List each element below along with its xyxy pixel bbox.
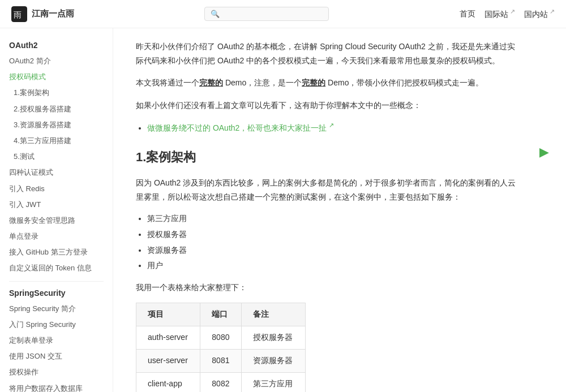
- sidebar-item-ss-auth[interactable]: 授权操作: [0, 364, 113, 380]
- sidebar-item-microservice-security[interactable]: 微服务安全管理思路: [0, 213, 113, 229]
- underline-text-2: 完整的: [302, 78, 325, 87]
- section1-title: 1.案例架构: [136, 147, 521, 167]
- nav-domestic[interactable]: 国内站 ↗: [524, 8, 555, 20]
- site-logo-icon: 雨: [11, 6, 27, 22]
- sidebar-item-redis[interactable]: 引入 Redis: [0, 181, 113, 197]
- main-content: ▶ 昨天和小伙伴们介绍了 OAuth2 的基本概念，在讲解 Spring Clo…: [113, 28, 543, 392]
- sidebar-item-four-modes[interactable]: 四种认证模式: [0, 165, 113, 180]
- underline-text-1: 完整的: [199, 78, 223, 87]
- sidebar-item-oauth2-intro[interactable]: OAuth2 简介: [0, 53, 113, 69]
- sidebar-item-ss-intro[interactable]: Spring Security 简介: [0, 301, 113, 317]
- list-item-user: 用户: [147, 259, 521, 273]
- sidebar-item-ss-start[interactable]: 入门 Spring Security: [0, 317, 113, 333]
- page-layout: OAuth2 OAuth2 简介 授权码模式 1.案例架构 2.授权服务器搭建 …: [0, 28, 566, 392]
- table-cell-port-3: 8082: [200, 372, 242, 392]
- site-title: 江南一点雨: [32, 8, 74, 19]
- table-cell-port-2: 8081: [200, 349, 242, 372]
- table-cell-project-3: client-app: [136, 372, 200, 392]
- sidebar-item-resource-server-setup[interactable]: 3.资源服务器搭建: [0, 117, 113, 133]
- sidebar-divider: [9, 281, 104, 282]
- table-row: auth-server 8080 授权服务器: [136, 326, 306, 350]
- table-cell-note-2: 资源服务器: [242, 349, 306, 372]
- sidebar-item-ss-json[interactable]: 使用 JSON 交互: [0, 348, 113, 364]
- header-brand: 雨 江南一点雨: [11, 6, 74, 22]
- intro-paragraph-2: 本文我将通过一个完整的 Demo，注意，是一个完整的 Demo，带领小伙伴们把授…: [136, 76, 521, 90]
- sidebar-item-case-arch[interactable]: 1.案例架构: [0, 85, 113, 101]
- search-box[interactable]: 🔍: [204, 7, 329, 21]
- section1-para1: 因为 OAuth2 涉及到的东西比较多，网上的案例大多都是简化的，对于很多初学者…: [136, 176, 521, 204]
- link-external-icon: ↗: [329, 122, 334, 129]
- table-row: client-app 8082 第三方应用: [136, 372, 306, 392]
- search-input[interactable]: [223, 10, 323, 18]
- table-row: user-server 8081 资源服务器: [136, 349, 306, 372]
- sidebar-item-custom-token[interactable]: 自定义返回的 Token 信息: [0, 260, 113, 276]
- sidebar: OAuth2 OAuth2 简介 授权码模式 1.案例架构 2.授权服务器搭建 …: [0, 28, 113, 392]
- services-list: 第三方应用 授权服务器 资源服务器 用户: [147, 212, 521, 273]
- table-header-port: 端口: [200, 303, 242, 326]
- sidebar-section-spring-security: SpringSecurity Spring Security 简介 入门 Spr…: [0, 285, 113, 392]
- sidebar-section-title-spring-security: SpringSecurity: [0, 285, 113, 301]
- link-bullet-list: 做微服务绕不过的 OAuth2，松哥也来和大家扯一扯 ↗: [147, 120, 521, 135]
- sidebar-item-github-login[interactable]: 接入 GitHub 第三方登录: [0, 244, 113, 260]
- list-item-resource-server: 资源服务器: [147, 244, 521, 257]
- sidebar-item-jwt[interactable]: 引入 JWT: [0, 197, 113, 213]
- sidebar-item-auth-server-setup[interactable]: 2.授权服务器搭建: [0, 101, 113, 117]
- external-link-icon-2: ↗: [548, 8, 555, 15]
- search-area: 🔍: [74, 7, 460, 21]
- services-table-wrapper: 项目 端口 备注 auth-server 8080 授权服务器 user-ser…: [136, 303, 521, 392]
- sidebar-item-test[interactable]: 5.测试: [0, 149, 113, 165]
- svg-text:雨: 雨: [14, 10, 22, 19]
- sidebar-item-sso[interactable]: 单点登录: [0, 229, 113, 244]
- table-header-project: 项目: [136, 303, 200, 326]
- list-item-auth-server: 授权服务器: [147, 228, 521, 242]
- nav-international[interactable]: 国际站 ↗: [484, 8, 515, 20]
- external-link-icon: ↗: [508, 8, 515, 15]
- table-cell-note-3: 第三方应用: [242, 372, 306, 392]
- table-cell-project-2: user-server: [136, 349, 200, 372]
- sidebar-item-third-party-setup[interactable]: 4.第三方应用搭建: [0, 133, 113, 149]
- table-cell-note-1: 授权服务器: [242, 326, 306, 350]
- intro-paragraph-1: 昨天和小伙伴们介绍了 OAuth2 的基本概念，在讲解 Spring Cloud…: [136, 40, 521, 68]
- site-header: 雨 江南一点雨 🔍 首页 国际站 ↗ 国内站 ↗: [0, 0, 566, 28]
- table-header-row: 项目 端口 备注: [136, 303, 306, 326]
- table-cell-port-1: 8080: [200, 326, 242, 350]
- intro-link[interactable]: 做微服务绕不过的 OAuth2，松哥也来和大家扯一扯 ↗: [147, 123, 334, 132]
- sidebar-item-auth-code[interactable]: 授权码模式: [0, 69, 113, 85]
- list-item-third-party: 第三方应用: [147, 212, 521, 226]
- table-intro-text: 我用一个表格来给大家整理下：: [136, 281, 521, 295]
- search-icon: 🔍: [211, 10, 220, 18]
- intro-paragraph-3: 如果小伙伴们还没有看上篇文章可以先看下，这有助于你理解本文中的一些概念：: [136, 98, 521, 113]
- services-table: 项目 端口 备注 auth-server 8080 授权服务器 user-ser…: [136, 303, 306, 392]
- sidebar-section-oauth2: OAuth2 OAuth2 简介 授权码模式 1.案例架构 2.授权服务器搭建 …: [0, 37, 113, 277]
- sidebar-section-title-oauth2: OAuth2: [0, 37, 113, 53]
- sidebar-item-ss-form-login[interactable]: 定制表单登录: [0, 333, 113, 348]
- table-cell-project-1: auth-server: [136, 326, 200, 350]
- side-arrow-icon[interactable]: ▶: [539, 141, 549, 162]
- nav-home[interactable]: 首页: [460, 9, 475, 19]
- header-nav: 首页 国际站 ↗ 国内站 ↗: [460, 8, 555, 20]
- sidebar-item-ss-user-db[interactable]: 将用户数据存入数据库: [0, 381, 113, 392]
- table-header-note: 备注: [242, 303, 306, 326]
